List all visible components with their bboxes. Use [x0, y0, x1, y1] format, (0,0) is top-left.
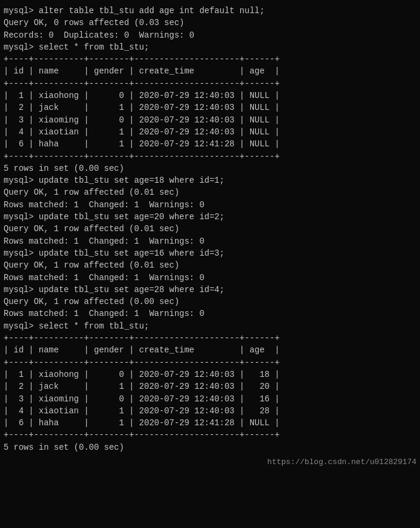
terminal-line: | 3 | xiaoming | 0 | 2020-07-29 12:40:03… — [4, 114, 416, 126]
terminal-line: mysql> update tbl_stu set age=18 where i… — [4, 174, 416, 186]
footer-bar: https://blog.csdn.net/u012829174 — [4, 456, 416, 468]
terminal-line: Rows matched: 1 Changed: 1 Warnings: 0 — [4, 199, 416, 211]
terminal: mysql> alter table tbl_stu add age int d… — [4, 5, 416, 453]
terminal-line: +----+----------+--------+--------------… — [4, 151, 416, 162]
terminal-line: Records: 0 Duplicates: 0 Warnings: 0 — [4, 29, 416, 41]
terminal-line: 5 rows in set (0.00 sec) — [4, 441, 416, 453]
terminal-line: mysql> select * from tbl_stu; — [4, 320, 416, 332]
terminal-line: mysql> update tbl_stu set age=16 where i… — [4, 247, 416, 259]
terminal-line: | 4 | xiaotian | 1 | 2020-07-29 12:40:03… — [4, 405, 416, 417]
terminal-line: Query OK, 1 row affected (0.01 sec) — [4, 259, 416, 271]
terminal-line: mysql> alter table tbl_stu add age int d… — [4, 5, 416, 17]
terminal-line: 5 rows in set (0.00 sec) — [4, 162, 416, 174]
terminal-line: | 3 | xiaoming | 0 | 2020-07-29 12:40:03… — [4, 393, 416, 405]
terminal-line: | 2 | jack | 1 | 2020-07-29 12:40:03 | 2… — [4, 380, 416, 392]
terminal-line: +----+----------+--------+--------------… — [4, 429, 416, 441]
terminal-line: mysql> select * from tbl_stu; — [4, 41, 416, 53]
terminal-line: +----+----------+--------+--------------… — [4, 357, 416, 369]
terminal-line: | 1 | xiaohong | 0 | 2020-07-29 12:40:03… — [4, 90, 416, 102]
terminal-line: | 4 | xiaotian | 1 | 2020-07-29 12:40:03… — [4, 126, 416, 138]
terminal-line: Rows matched: 1 Changed: 1 Warnings: 0 — [4, 272, 416, 284]
terminal-line: Query OK, 1 row affected (0.00 sec) — [4, 296, 416, 308]
terminal-line: Query OK, 0 rows affected (0.03 sec) — [4, 17, 416, 29]
terminal-line: | id | name | gender | create_time | age… — [4, 344, 416, 356]
terminal-line: | 6 | haha | 1 | 2020-07-29 12:41:28 | N… — [4, 138, 416, 150]
terminal-line: +----+----------+--------+--------------… — [4, 53, 416, 65]
terminal-line: +----+----------+--------+--------------… — [4, 332, 416, 344]
terminal-line: Rows matched: 1 Changed: 1 Warnings: 0 — [4, 308, 416, 320]
terminal-line: | 2 | jack | 1 | 2020-07-29 12:40:03 | N… — [4, 102, 416, 113]
terminal-line: | id | name | gender | create_time | age… — [4, 65, 416, 77]
terminal-line: Query OK, 1 row affected (0.01 sec) — [4, 186, 416, 198]
terminal-line: +----+----------+--------+--------------… — [4, 78, 416, 90]
terminal-line: mysql> update tbl_stu set age=28 where i… — [4, 284, 416, 296]
terminal-line: | 1 | xiaohong | 0 | 2020-07-29 12:40:03… — [4, 369, 416, 380]
terminal-line: Query OK, 1 row affected (0.01 sec) — [4, 223, 416, 235]
terminal-line: | 6 | haha | 1 | 2020-07-29 12:41:28 | N… — [4, 417, 416, 429]
footer-url: https://blog.csdn.net/u012829174 — [267, 457, 416, 468]
terminal-line: mysql> update tbl_stu set age=20 where i… — [4, 211, 416, 223]
terminal-line: Rows matched: 1 Changed: 1 Warnings: 0 — [4, 235, 416, 247]
